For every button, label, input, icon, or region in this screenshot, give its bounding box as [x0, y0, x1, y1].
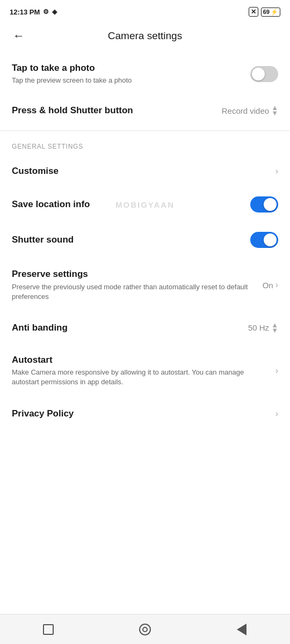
location-icon: ◈ — [52, 8, 57, 16]
shutter-sound-text: Shutter sound — [12, 234, 250, 246]
triangle-icon — [237, 624, 247, 635]
privacy-policy-text: Privacy Policy — [12, 408, 276, 420]
time-display: 12:13 PM — [10, 8, 40, 16]
chevron-right-icon: › — [276, 166, 278, 176]
customise-text: Customise — [12, 165, 276, 177]
save-location-row: Save location info MOBIGYAAN — [0, 187, 290, 222]
autostart-row[interactable]: Autostart Make Camera more responsive by… — [0, 343, 290, 398]
page-title: Camera settings — [108, 30, 182, 42]
press-hold-shutter-text: Press & hold Shutter button — [12, 105, 222, 116]
tap-to-take-photo-toggle[interactable] — [250, 66, 278, 82]
toggle-thumb — [264, 233, 277, 246]
status-right: ✕ 69 ⚡ — [249, 7, 280, 17]
page-header: ← Camera settings — [0, 21, 290, 53]
customise-row[interactable]: Customise › — [0, 156, 290, 187]
tap-to-take-photo-text: Tap to take a photo Tap the preview scre… — [12, 62, 250, 85]
customise-label: Customise — [12, 165, 267, 177]
privacy-policy-label: Privacy Policy — [12, 408, 267, 420]
shutter-sound-label: Shutter sound — [12, 234, 242, 246]
up-down-chevron-icon: ▲ ▼ — [271, 323, 278, 334]
gear-icon: ⚙ — [43, 8, 49, 16]
save-location-toggle[interactable] — [250, 196, 278, 213]
autostart-label: Autostart — [12, 354, 267, 366]
tap-to-take-photo-desc: Tap the preview screen to take a photo — [12, 76, 242, 85]
toggle-thumb — [264, 198, 277, 211]
privacy-policy-row[interactable]: Privacy Policy › — [0, 398, 290, 429]
back-button[interactable]: ← — [11, 28, 27, 44]
x-icon: ✕ — [249, 7, 258, 17]
anti-banding-current: 50 Hz — [248, 323, 269, 332]
save-location-text: Save location info — [12, 199, 250, 210]
back-nav-button[interactable] — [230, 618, 253, 641]
preserve-settings-label: Preserve settings — [12, 268, 254, 280]
battery-indicator: 69 ⚡ — [261, 8, 280, 17]
shutter-sound-toggle[interactable] — [250, 232, 278, 248]
settings-content: Tap to take a photo Tap the preview scre… — [0, 53, 290, 462]
chevron-right-icon: › — [276, 409, 278, 419]
tap-to-take-photo-label: Tap to take a photo — [12, 62, 242, 74]
autostart-text: Autostart Make Camera more responsive by… — [12, 354, 276, 387]
circle-icon — [139, 624, 151, 635]
press-hold-shutter-label: Press & hold Shutter button — [12, 105, 213, 116]
preserve-settings-row[interactable]: Preserve settings Preserve the previousl… — [0, 258, 290, 312]
toggle-thumb — [252, 68, 265, 80]
press-hold-shutter-row[interactable]: Press & hold Shutter button Record video… — [0, 95, 290, 128]
up-down-chevron-icon: ▲ ▼ — [271, 105, 278, 116]
anti-banding-value[interactable]: 50 Hz ▲ ▼ — [248, 323, 278, 334]
preserve-settings-desc: Preserve the previously used mode rather… — [12, 282, 254, 302]
status-bar: 12:13 PM ⚙ ◈ ✕ 69 ⚡ — [0, 0, 290, 21]
chevron-right-icon: › — [276, 280, 278, 290]
anti-banding-row[interactable]: Anti banding 50 Hz ▲ ▼ — [0, 312, 290, 343]
chevron-right-icon: › — [276, 366, 278, 376]
recent-apps-button[interactable] — [37, 618, 60, 641]
save-location-label: Save location info — [12, 199, 242, 210]
tap-to-take-photo-row: Tap to take a photo Tap the preview scre… — [0, 53, 290, 95]
preserve-settings-value[interactable]: On › — [263, 280, 278, 290]
back-arrow-icon: ← — [13, 29, 25, 42]
press-hold-shutter-value[interactable]: Record video ▲ ▼ — [222, 105, 278, 116]
circle-inner-icon — [142, 627, 148, 632]
home-button[interactable] — [133, 618, 157, 641]
general-settings-header: GENERAL SETTINGS — [0, 133, 290, 156]
autostart-desc: Make Camera more responsive by allowing … — [12, 368, 267, 387]
anti-banding-text: Anti banding — [12, 322, 248, 334]
preserve-settings-text: Preserve settings Preserve the previousl… — [12, 268, 263, 301]
status-left: 12:13 PM ⚙ ◈ — [10, 8, 57, 16]
anti-banding-label: Anti banding — [12, 322, 240, 334]
shutter-sound-row: Shutter sound — [0, 222, 290, 258]
navigation-bar — [0, 614, 290, 644]
battery-level: 69 — [263, 9, 270, 15]
record-video-text: Record video — [222, 106, 269, 115]
preserve-settings-current: On — [263, 281, 273, 290]
square-icon — [43, 624, 54, 635]
section-divider — [0, 130, 290, 131]
